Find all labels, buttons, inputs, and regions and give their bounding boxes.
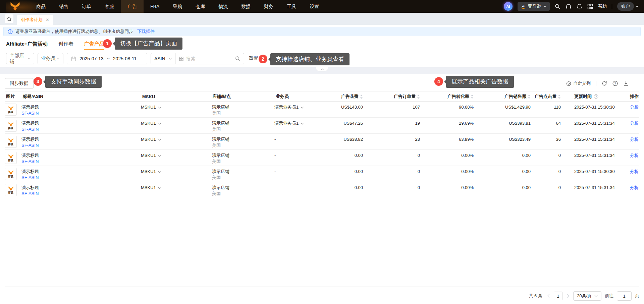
page-size-select[interactable]: 20条/页	[573, 291, 601, 301]
goto-unit: 页	[635, 293, 639, 299]
column-header[interactable]: 广告花费	[324, 94, 367, 100]
marketplace-switcher[interactable]: a 亚马逊	[518, 2, 550, 11]
search-type-select[interactable]: ASIN	[151, 53, 176, 64]
nav-item-9[interactable]: 物流	[212, 0, 234, 13]
sort-button[interactable]	[471, 95, 474, 99]
analyze-link[interactable]: 分析	[630, 185, 639, 190]
shop-name: 演示店铺	[212, 169, 274, 175]
page-number-1[interactable]: 1	[554, 292, 562, 300]
account-menu[interactable]: 账户	[617, 2, 639, 11]
nav-item-3[interactable]: 订单	[75, 0, 98, 13]
home-tab-button[interactable]	[5, 14, 13, 23]
analyze-link[interactable]: 分析	[630, 121, 639, 126]
msku-expand-button[interactable]	[158, 171, 161, 173]
column-header[interactable]: 广告销售额	[478, 94, 535, 100]
page-tab-1[interactable]: Affiliate+广告活动	[6, 37, 48, 51]
nav-item-10[interactable]: 数据	[234, 0, 257, 13]
download-plugin-link[interactable]: 下载插件	[137, 28, 155, 35]
site-name: 美国	[212, 175, 274, 181]
shop-select[interactable]: 全部店铺	[6, 53, 34, 64]
product-asin-link[interactable]: SF-ASIN	[21, 159, 39, 164]
msku-expand-button[interactable]	[158, 139, 161, 141]
product-asin-link[interactable]: SF-ASIN	[21, 111, 39, 116]
product-asin-link[interactable]: SF-ASIN	[21, 143, 39, 148]
product-image[interactable]: 赛狐	[5, 136, 17, 148]
download-icon[interactable]	[623, 81, 629, 86]
sort-button[interactable]	[558, 95, 561, 99]
nav-item-11[interactable]: 财务	[257, 0, 280, 13]
tab-creator-plan[interactable]: 创作者计划 ✕	[17, 15, 53, 25]
analyze-link[interactable]: 分析	[630, 137, 639, 142]
reset-button[interactable]: 重置	[249, 56, 258, 62]
msku-expand-button[interactable]	[158, 155, 161, 157]
ad-sales-cell: 0.00	[478, 166, 535, 182]
nav-item-8[interactable]: 仓库	[189, 0, 212, 13]
product-image[interactable]: 赛狐	[5, 168, 17, 180]
nav-item-5[interactable]: 广告	[121, 0, 144, 13]
calendar-icon	[71, 56, 76, 61]
help-circle-icon[interactable]: ?	[612, 81, 618, 86]
apps-grid-icon[interactable]	[587, 4, 593, 9]
column-header[interactable]: 广告转化率	[424, 94, 478, 100]
salesman-expand-button[interactable]	[301, 123, 304, 125]
product-image[interactable]: 赛狐	[5, 104, 17, 116]
date-range-picker[interactable]: 2025-07-13 ~ 2025-08-11	[67, 53, 147, 64]
column-header[interactable]: 广告订单量	[367, 94, 424, 100]
product-image[interactable]: 赛狐	[5, 120, 17, 132]
nav-item-4[interactable]: 客服	[98, 0, 121, 13]
sync-data-button[interactable]: 同步数据	[5, 78, 34, 89]
page-tab-2[interactable]: 创作者	[58, 37, 73, 51]
title-asin-cell: 演示标题SF-ASIN	[21, 118, 141, 133]
action-cell: 分析	[622, 182, 639, 198]
customize-columns-button[interactable]: 自定义列	[566, 80, 591, 86]
product-asin-link[interactable]: SF-ASIN	[21, 127, 39, 132]
column-header[interactable]: 广告点击量	[535, 94, 565, 100]
customize-columns-icon	[566, 81, 571, 86]
page-tab-3[interactable]: 广告产品	[84, 37, 104, 51]
prev-page-button[interactable]	[546, 294, 550, 298]
content-panel: 同步数据 自定义列 ? 图片标题/ASINMSKU店铺/站点业务员广告花费广告订…	[0, 74, 644, 304]
notifications-bell-icon[interactable]	[577, 4, 582, 9]
next-page-button[interactable]	[566, 294, 570, 298]
image-cell: 赛狐	[5, 118, 21, 133]
sort-button[interactable]	[417, 95, 420, 99]
collapse-filter-button[interactable]	[316, 67, 328, 71]
sort-button[interactable]	[528, 95, 531, 99]
column-label: 业务员	[276, 94, 289, 99]
close-icon[interactable]: ✕	[46, 18, 49, 22]
product-image[interactable]: 赛狐	[5, 152, 17, 164]
nav-item-6[interactable]: FBA	[144, 0, 166, 13]
help-link[interactable]: 帮助	[598, 3, 607, 9]
product-image[interactable]: 赛狐	[5, 184, 17, 196]
nav-item-2[interactable]: 销售	[52, 0, 75, 13]
analyze-link[interactable]: 分析	[630, 169, 639, 174]
msku-expand-button[interactable]	[158, 123, 161, 125]
multi-input-grid-icon[interactable]	[179, 57, 183, 61]
search-input[interactable]	[186, 56, 235, 61]
salesman-expand-button[interactable]	[301, 107, 304, 109]
ai-assistant-button[interactable]: AI	[504, 2, 513, 11]
sort-button[interactable]	[360, 95, 363, 99]
msku-expand-button[interactable]	[158, 107, 161, 109]
analyze-link[interactable]: 分析	[630, 105, 639, 110]
column-header: MSKU	[141, 94, 208, 99]
headset-icon[interactable]	[566, 4, 572, 9]
image-cell: 赛狐	[5, 134, 21, 149]
search-icon[interactable]	[555, 4, 560, 9]
product-asin-link[interactable]: SF-ASIN	[21, 175, 39, 180]
nav-item-7[interactable]: 采购	[166, 0, 189, 13]
search-magnifier-icon[interactable]	[235, 56, 240, 61]
nav-item-13[interactable]: 设置	[303, 0, 326, 13]
refresh-icon[interactable]	[602, 81, 607, 86]
help-circle-icon[interactable]: ?	[594, 94, 598, 99]
navbar-left: 商品销售订单客服广告FBA采购仓库物流数据财务工具设置	[0, 0, 326, 13]
product-asin-link[interactable]: SF-ASIN	[21, 191, 39, 196]
nav-item-1[interactable]: 商品	[30, 0, 52, 13]
salesman-select[interactable]: 业务员	[38, 53, 63, 64]
nav-item-12[interactable]: 工具	[280, 0, 303, 13]
app-logo-fox-icon[interactable]	[9, 2, 21, 11]
analyze-link[interactable]: 分析	[630, 153, 639, 158]
chevron-down-icon	[169, 58, 172, 60]
msku-expand-button[interactable]	[158, 187, 161, 189]
goto-page-input[interactable]	[617, 291, 632, 301]
